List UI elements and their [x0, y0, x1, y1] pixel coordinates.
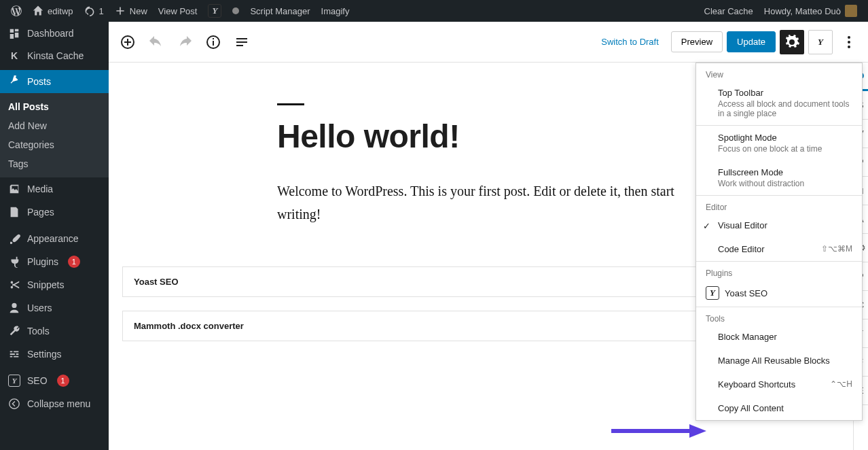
yoast-button[interactable]: Y — [808, 30, 833, 54]
collapse-icon — [8, 398, 20, 410]
dropdown-item-title: Copy All Content — [718, 403, 852, 413]
sidebar-item-pages[interactable]: Pages — [0, 201, 109, 224]
sidebar-label: Pages — [27, 207, 54, 218]
dropdown-visual-editor[interactable]: ✓ Visual Editor — [696, 213, 862, 237]
scissors-icon — [8, 279, 20, 291]
wordpress-icon — [11, 5, 22, 16]
dropdown-item-title: Visual Editor — [718, 220, 852, 230]
undo-button[interactable] — [144, 30, 168, 54]
yoast-icon: Y — [706, 286, 719, 300]
gear-icon — [784, 34, 800, 50]
post-body[interactable]: Welcome to WordPress. This is your first… — [277, 179, 685, 226]
brush-icon — [8, 232, 20, 245]
update-button[interactable]: Update — [727, 31, 776, 52]
sidebar-item-dashboard[interactable]: Dashboard — [0, 22, 109, 45]
dropdown-yoast-seo[interactable]: Y Yoast SEO — [696, 279, 862, 307]
admin-bar: editwp 1 New View Post Y Script Manager … — [0, 0, 868, 22]
metabox-title: Mammoth .docx converter — [134, 321, 244, 331]
editor-header: Switch to Draft Preview Update Y — [109, 22, 868, 63]
sidebar-label: Plugins — [27, 256, 58, 267]
updates-count: 1 — [99, 6, 104, 16]
yoast-admin[interactable]: Y — [202, 0, 227, 22]
dropdown-item-desc: Work without distraction — [718, 179, 852, 188]
plug-icon — [8, 256, 20, 268]
status-dot[interactable] — [227, 0, 245, 22]
wp-logo[interactable] — [5, 0, 27, 22]
dropdown-top-toolbar[interactable]: Top Toolbar Access all block and documen… — [696, 81, 862, 125]
settings-button[interactable] — [780, 30, 804, 54]
new-content[interactable]: New — [109, 0, 153, 22]
dots-vertical-icon — [841, 34, 857, 50]
sidebar-item-users[interactable]: Users — [0, 296, 109, 319]
sidebar-item-kinsta[interactable]: KKinsta Cache — [0, 45, 109, 67]
sidebar-label: Posts — [27, 76, 51, 87]
clear-cache[interactable]: Clear Cache — [699, 0, 759, 22]
seo-badge: 1 — [57, 375, 69, 387]
sidebar-item-media[interactable]: Media — [0, 177, 109, 201]
my-account[interactable]: Howdy, Matteo Duò — [759, 0, 863, 22]
sidebar-item-snippets[interactable]: Snippets — [0, 273, 109, 296]
updates[interactable]: 1 — [79, 0, 109, 22]
submenu-add-new[interactable]: Add New — [0, 116, 109, 135]
home-icon — [33, 5, 43, 16]
sidebar-label: Collapse menu — [27, 398, 90, 409]
redo-button[interactable] — [173, 30, 197, 54]
sidebar-label: Kinsta Cache — [27, 50, 84, 61]
sidebar-item-settings[interactable]: Settings — [0, 343, 109, 366]
undo-icon — [148, 34, 164, 50]
dropdown-copy-all[interactable]: Copy All Content — [696, 396, 862, 420]
dropdown-fullscreen[interactable]: Fullscreen Mode Work without distraction — [696, 160, 862, 195]
grey-dot-icon — [232, 7, 239, 14]
switch-to-draft-button[interactable]: Switch to Draft — [593, 32, 667, 52]
more-menu-button[interactable] — [837, 30, 861, 54]
dropdown-code-editor[interactable]: Code Editor ⇧⌥⌘M — [696, 237, 862, 261]
imagify-label: Imagify — [321, 6, 350, 16]
post-title[interactable]: Hello world! — [277, 118, 685, 155]
avatar — [845, 5, 857, 17]
yoast-icon: Y — [814, 35, 827, 49]
sidebar-label: Dashboard — [27, 28, 74, 39]
kinsta-icon: K — [8, 50, 20, 61]
svg-point-0 — [10, 399, 19, 409]
sidebar-label: SEO — [27, 375, 48, 386]
dropdown-item-title: Fullscreen Mode — [718, 167, 852, 177]
preview-button[interactable]: Preview — [671, 31, 723, 52]
redo-icon — [177, 34, 193, 50]
list-icon — [234, 34, 250, 50]
add-block-button[interactable] — [115, 30, 140, 54]
info-icon — [205, 34, 221, 50]
dropdown-section-plugins: Plugins — [696, 262, 862, 279]
more-menu-dropdown: View Top Toolbar Access all block and do… — [695, 63, 863, 421]
check-icon: ✓ — [703, 221, 710, 231]
plus-icon — [115, 5, 126, 16]
yoast-icon: Y — [208, 4, 221, 18]
sidebar-label: Snippets — [27, 279, 64, 290]
sidebar-item-appearance[interactable]: Appearance — [0, 227, 109, 250]
script-manager[interactable]: Script Manager — [245, 0, 315, 22]
sidebar-item-seo[interactable]: YSEO1 — [0, 369, 109, 392]
submenu-categories[interactable]: Categories — [0, 135, 109, 154]
sidebar-item-plugins[interactable]: Plugins1 — [0, 250, 109, 273]
dropdown-keyboard-shortcuts[interactable]: Keyboard Shortcuts⌃⌥H — [696, 373, 862, 396]
sidebar-item-tools[interactable]: Tools — [0, 319, 109, 343]
dropdown-spotlight[interactable]: Spotlight Mode Focus on one block at a t… — [696, 126, 862, 160]
imagify[interactable]: Imagify — [316, 0, 355, 22]
outline-button[interactable] — [230, 30, 254, 54]
view-post[interactable]: View Post — [153, 0, 203, 22]
dropdown-manage-reusable[interactable]: Manage All Reusable Blocks — [696, 349, 862, 373]
submenu-tags[interactable]: Tags — [0, 154, 109, 173]
site-name[interactable]: editwp — [27, 0, 79, 22]
sidebar-item-posts[interactable]: Posts — [0, 70, 109, 93]
dropdown-block-manager[interactable]: Block Manager — [696, 325, 862, 349]
dropdown-shortcut: ⇧⌥⌘M — [821, 244, 852, 254]
update-icon — [84, 5, 95, 16]
dropdown-item-title: Manage All Reusable Blocks — [718, 356, 852, 366]
dropdown-item-title: Yoast SEO — [725, 288, 767, 298]
info-button[interactable] — [201, 30, 225, 54]
wrench-icon — [8, 325, 20, 337]
svg-point-3 — [848, 41, 850, 44]
submenu-all-posts[interactable]: All Posts — [0, 97, 109, 116]
pin-icon — [8, 75, 20, 88]
sliders-icon — [8, 348, 20, 360]
collapse-menu[interactable]: Collapse menu — [0, 392, 109, 415]
